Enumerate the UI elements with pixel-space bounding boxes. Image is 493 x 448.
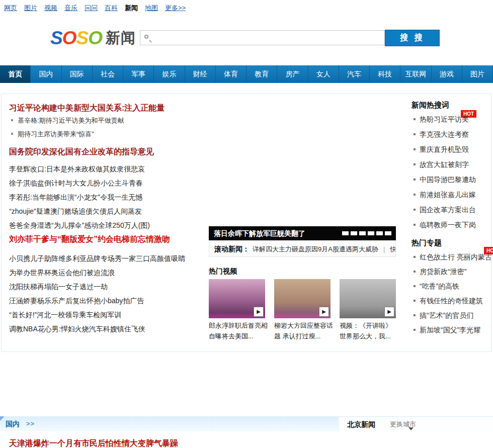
video-caption-line: 柳岩大方回应整容话 bbox=[274, 320, 337, 331]
video-caption-3[interactable]: 视频：《开讲啦》 世界那么大，我... bbox=[340, 320, 402, 341]
top-nav-maps[interactable]: 地图 bbox=[145, 4, 158, 13]
tab-finance[interactable]: 财经 bbox=[185, 65, 216, 83]
ticker-link[interactable]: 详解四大主力砸盘原因9月A股遭遇两大威胁 bbox=[253, 245, 378, 253]
tab-society[interactable]: 社会 bbox=[93, 65, 123, 83]
hot-topic-item[interactable]: 搞“艺术”的官员们 bbox=[414, 308, 493, 323]
top-nav-news-current[interactable]: 新闻 bbox=[125, 4, 138, 13]
ticker-link[interactable]: 快讯: bbox=[390, 245, 396, 253]
play-icon[interactable]: ▶ bbox=[384, 307, 394, 317]
carousel-title[interactable]: 落日余晖下解放军巨舰美翻了 bbox=[214, 226, 305, 240]
headline-soe-reform[interactable]: 国务院印发深化国有企业改革的指导意见 bbox=[9, 147, 154, 157]
hot-word-item[interactable]: 重庆直升机坠毁 bbox=[414, 142, 493, 157]
domestic-more-arrow[interactable]: >> bbox=[26, 416, 35, 431]
carousel-indicator[interactable] bbox=[342, 231, 349, 235]
city-news-title[interactable]: 北京新闻 bbox=[347, 416, 375, 432]
carousel-indicator[interactable] bbox=[351, 231, 357, 235]
hot-word-item[interactable]: 国企改革方案出台 bbox=[414, 202, 493, 217]
video-caption-line: 视频：《开讲啦》 bbox=[340, 320, 402, 331]
hot-topic-item[interactable]: 有钱任性的奇怪建筑 bbox=[414, 294, 493, 308]
hot-topics-title: 热门专题 bbox=[412, 238, 442, 248]
hot-topic-item[interactable]: “吃香”的高铁 bbox=[414, 279, 493, 294]
tab-domestic[interactable]: 国内 bbox=[31, 65, 61, 83]
hot-topic-item[interactable]: 红色故土行 亮丽内蒙古 bbox=[414, 250, 493, 264]
tab-military[interactable]: 军事 bbox=[123, 65, 154, 83]
headline-tianjin-blast[interactable]: 天津港爆炸一个月有市民后怕性情大变脾气暴躁 bbox=[9, 438, 178, 448]
news-list-item[interactable]: 李若彤:当年能够出演“小龙女”令我一生无憾 bbox=[9, 190, 150, 204]
logo-news-suffix: 新闻 bbox=[106, 30, 136, 46]
news-list-item[interactable]: “首长好!”河北一校领导乘车检阅军训 bbox=[9, 308, 185, 322]
hot-word-item[interactable]: 临聘教师一夜下岗 bbox=[414, 217, 493, 232]
news-list-item[interactable]: 汪涵娇妻杨乐乐产后复出怀抱小baby拍广告 bbox=[9, 294, 185, 308]
tab-auto[interactable]: 汽车 bbox=[339, 65, 370, 83]
hot-topics-list: 红色故土行 亮丽内蒙古 房贷新政“泄密” “吃香”的高铁 有钱任性的奇怪建筑 搞… bbox=[414, 250, 493, 337]
soso-news-page: 网页 图片 视频 音乐 问问 百科 新闻 地图 更多>> SOSO新闻 搜 搜 … bbox=[0, 0, 493, 448]
news-list-1: 李登辉改口:日本是外来政权做其奴隶很悲哀 徐子淇临盆倒计时与大女儿扮小公主斗青春… bbox=[9, 162, 150, 232]
tab-games[interactable]: 游戏 bbox=[432, 65, 462, 83]
news-list-item[interactable]: 徐子淇临盆倒计时与大女儿扮小公主斗青春 bbox=[9, 176, 150, 190]
headline-liuyifei[interactable]: 刘亦菲干爹与“翻版爱女”约会电梯前忘情激吻 bbox=[9, 234, 170, 245]
chevron-down-icon[interactable] bbox=[408, 427, 414, 430]
headline-xi-us-relations[interactable]: 习近平论构建中美新型大国关系:注入正能量 bbox=[9, 103, 165, 114]
logo-letter: S bbox=[50, 28, 62, 48]
play-icon[interactable]: ▶ bbox=[254, 307, 264, 317]
carousel-indicator[interactable] bbox=[368, 231, 374, 235]
tab-internet[interactable]: 互联网 bbox=[400, 65, 431, 83]
carousel-indicators bbox=[342, 231, 391, 235]
top-nav-baike[interactable]: 百科 bbox=[105, 4, 118, 13]
play-icon[interactable]: ▶ bbox=[319, 307, 329, 317]
news-list-item[interactable]: 沈阳扶梯再塌陷一女子逃过一劫 bbox=[9, 280, 185, 294]
news-list-item[interactable]: 小贝携儿子助阵维多利亚品牌专场秀一家三口高颜值吸睛 bbox=[9, 251, 185, 265]
domestic-section-header: 国内 >> bbox=[0, 416, 338, 431]
hot-topic-item[interactable]: 房贷新政“泄密” bbox=[414, 264, 493, 279]
hot-topic-item[interactable]: 新加坡“国父”李光耀 bbox=[414, 323, 493, 337]
tab-home[interactable]: 首页 bbox=[0, 65, 31, 83]
tab-international[interactable]: 国际 bbox=[62, 65, 93, 83]
tab-women[interactable]: 女人 bbox=[308, 65, 339, 83]
top-nav-more[interactable]: 更多>> bbox=[165, 4, 186, 13]
hot-word-item[interactable]: 热盼习近平访美 bbox=[414, 112, 493, 127]
search-button[interactable]: 搜 搜 bbox=[385, 30, 440, 46]
tab-realestate[interactable]: 房产 bbox=[277, 65, 308, 83]
video-caption-1[interactable]: 郎永淳辞职后首亮相 自曝将去美国... bbox=[209, 320, 271, 341]
domestic-section-title[interactable]: 国内 bbox=[6, 416, 20, 431]
sub-link[interactable]: 基辛格:期待习近平访美为和平做贡献 bbox=[11, 114, 124, 127]
hot-word-item[interactable]: 中国导游巴黎遭劫 bbox=[414, 172, 493, 187]
tab-education[interactable]: 教育 bbox=[247, 65, 277, 83]
video-caption-2[interactable]: 柳岩大方回应整容话 题 承认打过瘦... bbox=[274, 320, 337, 341]
carousel-banner: 落日余晖下解放军巨舰美翻了 bbox=[209, 226, 396, 240]
search-icon bbox=[144, 35, 148, 39]
top-nav-music[interactable]: 音乐 bbox=[64, 4, 77, 13]
hot-word-item[interactable]: 故宫大缸被刻字 bbox=[414, 157, 493, 172]
hot-word-item[interactable]: 前港姐张嘉儿出嫁 bbox=[414, 187, 493, 202]
ticker-label: 滚动新闻： bbox=[214, 245, 250, 253]
headline-sub-links: 基辛格:期待习近平访美为和平做贡献 期待习主席访美带来“惊喜” bbox=[11, 114, 124, 141]
sub-link[interactable]: 期待习主席访美带来“惊喜” bbox=[11, 127, 124, 141]
top-nav-web[interactable]: 网页 bbox=[4, 4, 17, 13]
tab-sports[interactable]: 体育 bbox=[216, 65, 247, 83]
top-nav-wenwen[interactable]: 问问 bbox=[85, 4, 98, 13]
channel-nav: 首页 国内 国际 社会 军事 娱乐 财经 体育 教育 房产 女人 汽车 科技 互… bbox=[0, 65, 493, 83]
carousel-indicator[interactable] bbox=[376, 231, 383, 235]
tab-pictures[interactable]: 图片 bbox=[462, 65, 493, 83]
news-list-item[interactable]: 李登辉改口:日本是外来政权做其奴隶很悲哀 bbox=[9, 162, 150, 176]
hot-word-item[interactable]: 李克强大连考察 bbox=[414, 127, 493, 142]
tab-tech[interactable]: 科技 bbox=[370, 65, 400, 83]
carousel-indicator[interactable] bbox=[359, 231, 366, 235]
news-list-item[interactable]: 爸爸全身湿透“为儿撑伞”感动全球250万人(图) bbox=[9, 218, 150, 232]
search-input[interactable] bbox=[140, 30, 385, 45]
top-nav-images[interactable]: 图片 bbox=[24, 4, 37, 13]
ticker-separator: | bbox=[383, 245, 385, 253]
soso-news-logo[interactable]: SOSO新闻 bbox=[50, 28, 136, 49]
video-caption-line: 题 承认打过瘦... bbox=[274, 331, 337, 341]
news-list-2: 小贝携儿子助阵维多利亚品牌专场秀一家三口高颜值吸睛 为举办世界杯奥运会他们被迫流… bbox=[9, 251, 185, 336]
video-thumbnail-1[interactable]: ▶ bbox=[209, 279, 265, 318]
news-list-item[interactable]: “zhoujie"疑遭澳门赌场追债欠债后人间蒸发 bbox=[9, 204, 150, 218]
video-thumbnail-2[interactable]: ▶ bbox=[274, 279, 331, 318]
news-list-item[interactable]: 调教NBA花心男:悍妇火烧汽车科嫂镇住飞侠 bbox=[9, 322, 185, 336]
logo-letter: O bbox=[62, 28, 76, 48]
video-thumbnail-3[interactable]: ▶ bbox=[340, 279, 396, 318]
news-list-item[interactable]: 为举办世界杯奥运会他们被迫流浪 bbox=[9, 265, 185, 280]
carousel-indicator[interactable] bbox=[385, 231, 391, 235]
tab-entertainment[interactable]: 娱乐 bbox=[154, 65, 185, 83]
top-nav-video[interactable]: 视频 bbox=[44, 4, 57, 13]
